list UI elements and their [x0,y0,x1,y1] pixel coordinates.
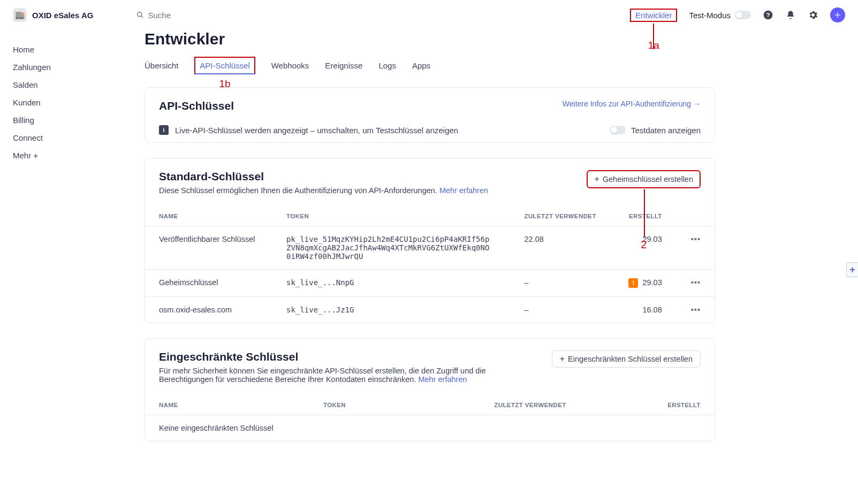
key-token[interactable]: sk_live_...Jz1G [286,306,490,314]
bell-icon[interactable] [785,10,796,20]
developers-link[interactable]: Entwickler [630,9,677,22]
sidebar-item-payments[interactable]: Zahlungen [13,58,139,76]
create-button[interactable] [830,7,845,22]
key-name: osm.oxid-esales.com [145,297,272,323]
col-token: TOKEN [272,207,510,226]
test-mode-label: Test-Modus [689,11,731,20]
svg-text:?: ? [766,11,770,18]
svg-point-0 [137,12,141,17]
key-last-used: – [510,297,613,323]
col-name: NAME [145,395,248,415]
restricted-keys-table: NAME TOKEN ZULETZT VERWENDET ERSTELLT Ke… [145,395,715,441]
sidebar: Home Zahlungen Salden Kunden Billing Con… [0,30,139,478]
col-created: ERSTELLT [580,395,715,415]
key-last-used: – [510,270,613,297]
sidebar-item-more[interactable]: Mehr + [13,147,139,164]
api-keys-title: API-Schlüssel [159,100,234,112]
warning-icon: ! [628,278,638,288]
side-add-button[interactable]: + [846,262,858,277]
sidebar-item-billing[interactable]: Billing [13,111,139,129]
col-last-used: ZULETZT VERWENDET [360,395,580,415]
restricted-keys-card: Eingeschränkte Schlüssel Für mehr Sicher… [145,338,715,441]
svg-line-1 [141,16,142,18]
empty-text: Keine eingeschränkten Schlüssel [145,415,715,441]
create-secret-key-button[interactable]: + Geheimschlüssel erstellen [587,170,701,188]
test-mode-toggle[interactable] [735,11,751,19]
live-keys-info: Live-API-Schlüssel werden angezeigt – um… [175,126,458,135]
row-menu[interactable]: ••• [676,270,715,297]
brand[interactable]: 🏬 OXID eSales AG [13,8,94,22]
store-icon: 🏬 [13,8,27,22]
search-input[interactable] [148,11,255,20]
tabs: Übersicht API-Schlüssel 1b Webhooks Erei… [145,57,715,74]
key-token[interactable]: pk_live_51MqzKYHip2Lh2mE4CU1pu2Ci6pP4aKR… [286,235,490,261]
gear-icon[interactable] [808,10,818,20]
key-created: 29.03 [642,278,662,287]
plus-icon: + [560,355,565,363]
test-mode: Test-Modus [689,11,751,20]
api-auth-info-text: Weitere Infos zur API-Authentifizierung [563,100,691,108]
standard-keys-card: Standard-Schlüssel Diese Schlüssel ermög… [145,158,715,323]
restricted-keys-desc: Für mehr Sicherheit können Sie eingeschr… [159,366,512,384]
tab-events[interactable]: Ereignisse [325,57,362,74]
api-auth-info-link[interactable]: Weitere Infos zur API-Authentifizierung … [563,100,701,108]
tab-apps[interactable]: Apps [412,57,430,74]
search-icon [136,11,144,19]
annotation-2: 2 [641,239,647,251]
brand-name: OXID eSales AG [32,11,94,20]
row-menu[interactable]: ••• [676,297,715,323]
sidebar-item-customers[interactable]: Kunden [13,94,139,111]
standard-keys-title: Standard-Schlüssel [159,170,488,183]
testdata-label: Testdaten anzeigen [631,126,701,135]
tab-overview[interactable]: Übersicht [145,57,178,74]
page-title: Entwickler [145,30,715,48]
create-secret-key-label: Geheimschlüssel erstellen [603,175,693,184]
key-name: Veröffentlichbarer Schlüssel [145,226,272,270]
col-name: NAME [145,207,272,226]
table-row: osm.oxid-esales.com sk_live_...Jz1G – 16… [145,297,715,323]
key-name: Geheimschlüssel [145,270,272,297]
col-last-used: ZULETZT VERWENDET [510,207,613,226]
help-icon[interactable]: ? [763,10,773,20]
sidebar-item-balances[interactable]: Salden [13,76,139,94]
tab-api-keys[interactable]: API-Schlüssel [194,57,255,74]
row-menu[interactable]: ••• [676,226,715,270]
table-row: Veröffentlichbarer Schlüssel pk_live_51M… [145,226,715,270]
annotation-line-2 [644,189,645,238]
key-token[interactable]: sk_live_...NnpG [286,278,490,287]
tab-webhooks[interactable]: Webhooks [271,57,309,74]
annotation-1b: 1b [219,78,230,90]
empty-row: Keine eingeschränkten Schlüssel [145,415,715,441]
create-restricted-key-button[interactable]: + Eingeschränkten Schlüssel erstellen [552,350,701,368]
standard-learn-more[interactable]: Mehr erfahren [439,186,488,195]
api-keys-card: API-Schlüssel Weitere Infos zur API-Auth… [145,87,715,143]
key-last-used: 22.08 [510,226,613,270]
tab-logs[interactable]: Logs [378,57,396,74]
plus-icon: + [594,175,599,184]
search[interactable] [136,11,620,20]
info-icon: i [159,125,169,135]
standard-keys-desc: Diese Schlüssel ermöglichen Ihnen die Au… [159,186,488,195]
sidebar-item-connect[interactable]: Connect [13,129,139,147]
restricted-keys-title: Eingeschränkte Schlüssel [159,350,512,363]
create-restricted-key-label: Eingeschränkten Schlüssel erstellen [568,355,693,363]
annotation-1a: 1a [648,40,659,51]
testdata-toggle[interactable] [610,126,626,134]
sidebar-item-home[interactable]: Home [13,41,139,58]
key-created: 16.08 [613,297,676,323]
table-row: Geheimschlüssel sk_live_...NnpG – !29.03… [145,270,715,297]
col-token: TOKEN [248,395,360,415]
standard-keys-table: NAME TOKEN ZULETZT VERWENDET ERSTELLT Ve… [145,207,715,323]
arrow-right-icon: → [693,100,701,108]
restricted-learn-more[interactable]: Mehr erfahren [418,375,467,384]
